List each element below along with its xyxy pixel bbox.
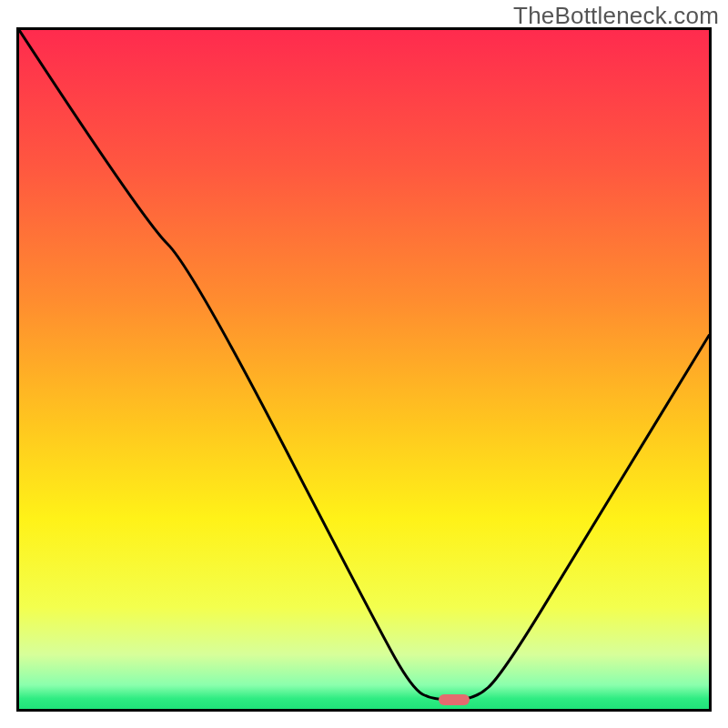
optimum-marker (439, 694, 470, 705)
watermark-text: TheBottleneck.com (513, 2, 719, 30)
chart-frame: TheBottleneck.com (0, 0, 728, 728)
bottleneck-curve (19, 30, 709, 709)
plot-area (16, 27, 712, 712)
